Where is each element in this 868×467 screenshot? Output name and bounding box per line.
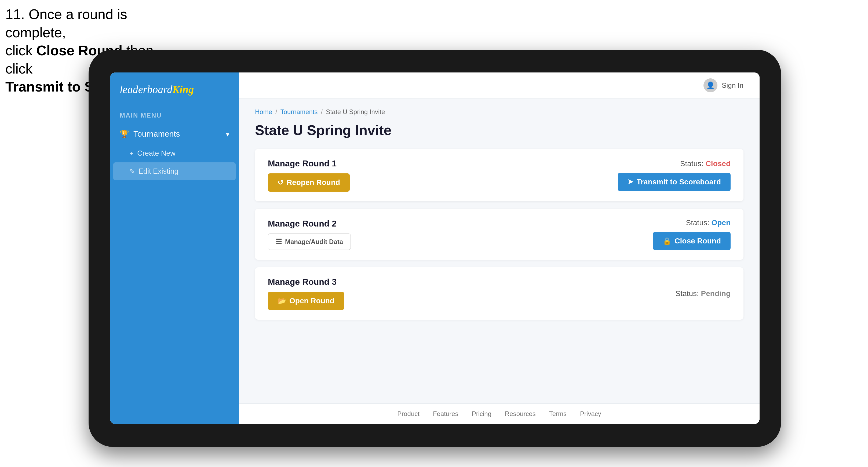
open-icon: 📂 xyxy=(278,297,286,305)
footer-resources[interactable]: Resources xyxy=(505,410,536,417)
sidebar-edit-existing[interactable]: ✎ Edit Existing xyxy=(113,162,236,180)
manage-audit-label: Manage/Audit Data xyxy=(285,238,343,246)
footer: Product Features Pricing Resources Terms… xyxy=(239,403,760,424)
plus-icon: + xyxy=(129,149,133,158)
app-layout: leaderboardKing MAIN MENU 🏆 Tournaments … xyxy=(110,72,760,424)
transmit-to-scoreboard-label: Transmit to Scoreboard xyxy=(637,178,721,186)
sidebar: leaderboardKing MAIN MENU 🏆 Tournaments … xyxy=(110,72,239,424)
main-content: 👤 Sign In Home / Tournaments / State U S… xyxy=(239,72,760,424)
edit-icon: ✎ xyxy=(129,168,135,175)
sidebar-menu-label: MAIN MENU xyxy=(110,104,239,123)
manage-audit-data-button[interactable]: ☰ Manage/Audit Data xyxy=(268,234,351,250)
breadcrumb-current: State U Spring Invite xyxy=(326,108,385,116)
round-2-title: Manage Round 2 xyxy=(268,219,351,229)
round-1-title: Manage Round 1 xyxy=(268,159,350,168)
reopen-icon: ↺ xyxy=(278,179,283,187)
round-1-status-value: Closed xyxy=(706,159,731,168)
reopen-round-button[interactable]: ↺ Reopen Round xyxy=(268,174,350,192)
breadcrumb-home[interactable]: Home xyxy=(255,108,272,116)
trophy-icon: 🏆 xyxy=(120,130,129,138)
tablet-screen: leaderboardKing MAIN MENU 🏆 Tournaments … xyxy=(110,72,760,424)
sidebar-create-new-label: Create New xyxy=(137,149,176,158)
audit-icon: ☰ xyxy=(276,238,282,246)
round-2-status-value: Open xyxy=(711,218,731,227)
footer-terms[interactable]: Terms xyxy=(549,410,566,417)
sidebar-item-tournaments[interactable]: 🏆 Tournaments xyxy=(110,123,239,145)
round-2-status: Status: Open xyxy=(686,218,731,227)
round-3-title: Manage Round 3 xyxy=(268,277,344,287)
round-2-section: Manage Round 2 ☰ Manage/Audit Data Statu… xyxy=(255,209,743,260)
page-title: State U Spring Invite xyxy=(255,122,743,138)
breadcrumb-tournaments[interactable]: Tournaments xyxy=(280,108,318,116)
close-round-button[interactable]: 🔒 Close Round xyxy=(653,232,731,250)
logo-area: leaderboardKing xyxy=(110,72,239,104)
footer-pricing[interactable]: Pricing xyxy=(472,410,491,417)
sign-in-area[interactable]: 👤 Sign In xyxy=(704,79,743,92)
avatar: 👤 xyxy=(704,79,717,92)
transmit-icon: ➤ xyxy=(627,178,633,186)
lock-icon: 🔒 xyxy=(663,237,671,245)
breadcrumb-sep1: / xyxy=(275,108,277,116)
round-1-status: Status: Closed xyxy=(680,159,731,168)
chevron-down-icon xyxy=(226,129,229,138)
sidebar-tournaments-label: Tournaments xyxy=(133,129,180,138)
round-3-status-value: Pending xyxy=(701,289,731,298)
sign-in-label[interactable]: Sign In xyxy=(722,81,743,90)
top-nav: 👤 Sign In xyxy=(239,72,760,98)
open-round-button[interactable]: 📂 Open Round xyxy=(268,292,344,310)
close-round-label: Close Round xyxy=(675,237,721,245)
footer-features[interactable]: Features xyxy=(433,410,458,417)
transmit-to-scoreboard-button[interactable]: ➤ Transmit to Scoreboard xyxy=(618,173,731,191)
round-3-section: Manage Round 3 📂 Open Round Status: Pend… xyxy=(255,267,743,320)
tablet-frame: leaderboardKing MAIN MENU 🏆 Tournaments … xyxy=(89,50,781,447)
reopen-round-label: Reopen Round xyxy=(287,178,340,187)
open-round-label: Open Round xyxy=(289,297,334,305)
round-3-status: Status: Pending xyxy=(676,289,731,298)
round-1-section: Manage Round 1 ↺ Reopen Round Status: Cl… xyxy=(255,149,743,201)
footer-product[interactable]: Product xyxy=(397,410,420,417)
footer-privacy[interactable]: Privacy xyxy=(580,410,601,417)
breadcrumb: Home / Tournaments / State U Spring Invi… xyxy=(255,108,743,116)
sidebar-create-new[interactable]: + Create New xyxy=(110,145,239,162)
breadcrumb-sep2: / xyxy=(321,108,322,116)
sidebar-edit-existing-label: Edit Existing xyxy=(138,167,179,176)
page-content: Home / Tournaments / State U Spring Invi… xyxy=(239,98,760,403)
logo: leaderboardKing xyxy=(120,83,229,96)
